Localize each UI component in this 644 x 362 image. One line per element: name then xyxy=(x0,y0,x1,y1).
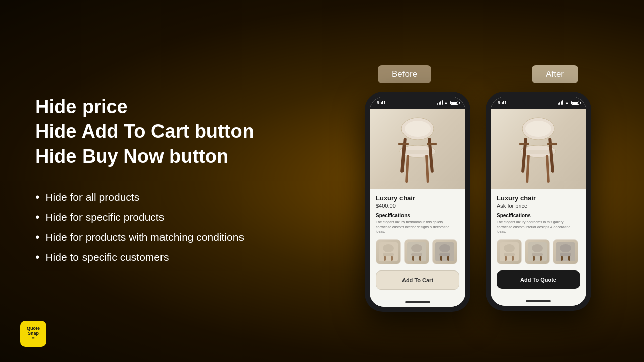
product-price-before: $400.00 xyxy=(376,203,459,209)
svg-rect-14 xyxy=(391,256,393,261)
svg-rect-43 xyxy=(533,256,535,261)
signal-after xyxy=(558,100,564,105)
thumb-svg-a1 xyxy=(500,242,519,261)
thumb-3-before[interactable] xyxy=(432,239,457,264)
svg-rect-24 xyxy=(447,256,449,261)
feature-list: Hide for all products Hide for specific … xyxy=(35,187,277,267)
thumb-1-before[interactable] xyxy=(376,239,401,264)
heading-3: Hide Buy Now button xyxy=(35,144,277,169)
status-bar-before: 9:41 ▲ xyxy=(370,97,465,109)
after-label[interactable]: After xyxy=(532,65,578,83)
bullet-2: Hide for specific products xyxy=(35,207,277,227)
svg-rect-44 xyxy=(540,256,542,261)
svg-rect-37 xyxy=(504,253,515,256)
svg-rect-49 xyxy=(568,256,570,261)
svg-point-26 xyxy=(525,121,551,137)
svg-rect-8 xyxy=(398,143,409,145)
bullet-4: Hide to specific customers xyxy=(35,247,277,267)
thumb-3-after[interactable] xyxy=(553,239,578,264)
before-label[interactable]: Before xyxy=(378,65,431,83)
thumb-svg-a2 xyxy=(528,242,547,261)
status-icons-after: ▲ xyxy=(558,100,579,105)
thumbnails-before xyxy=(376,239,459,264)
svg-point-36 xyxy=(504,244,515,252)
home-indicator-after xyxy=(491,296,586,306)
svg-rect-17 xyxy=(411,253,422,256)
battery-before xyxy=(450,101,458,105)
home-indicator-before xyxy=(370,297,465,307)
svg-point-1 xyxy=(405,121,431,137)
chair-svg-before xyxy=(392,114,443,184)
wifi-after: ▲ xyxy=(565,101,569,104)
right-section: Before After 9:41 ▲ xyxy=(312,50,644,312)
svg-point-41 xyxy=(532,244,543,252)
notch-before xyxy=(403,97,433,106)
bar1a xyxy=(558,103,559,105)
thumb-1-after[interactable] xyxy=(497,239,522,264)
bullet-3: Hide for products with matching conditio… xyxy=(35,227,277,247)
svg-rect-19 xyxy=(419,256,421,261)
svg-point-11 xyxy=(383,244,394,252)
phone-labels: Before After xyxy=(378,65,578,83)
svg-rect-13 xyxy=(384,256,386,261)
thumb-svg-2 xyxy=(407,242,426,261)
svg-point-21 xyxy=(439,244,450,252)
specs-desc-after: The elegant luxury bedrooms in this gall… xyxy=(497,220,580,234)
specs-title-before: Specifications xyxy=(376,213,459,218)
bar4 xyxy=(442,100,443,105)
time-after: 9:41 xyxy=(498,100,507,105)
svg-point-16 xyxy=(411,244,422,252)
thumb-2-before[interactable] xyxy=(404,239,429,264)
add-to-cart-button[interactable]: Add To Cart xyxy=(376,270,459,290)
svg-rect-39 xyxy=(512,256,514,261)
bar3 xyxy=(440,101,441,105)
chair-image-before xyxy=(370,109,465,189)
battery-after xyxy=(571,101,579,105)
phone-after-screen: 9:41 ▲ xyxy=(491,97,586,306)
product-info-before: Luxury chair $400.00 Specifications The … xyxy=(370,189,465,297)
home-bar-after xyxy=(526,300,551,302)
svg-rect-23 xyxy=(440,256,442,261)
svg-rect-38 xyxy=(505,256,507,261)
thumb-svg-1 xyxy=(379,242,398,261)
heading-1: Hide price xyxy=(35,95,277,119)
phone-before: 9:41 ▲ xyxy=(365,92,470,312)
svg-rect-6 xyxy=(405,155,409,183)
time-before: 9:41 xyxy=(377,100,386,105)
main-headings: Hide price Hide Add To Cart button Hide … xyxy=(35,95,277,169)
logo-text: QuoteSnap≡ xyxy=(27,326,40,341)
phone-after: 9:41 ▲ xyxy=(486,92,591,311)
thumb-svg-3 xyxy=(435,242,454,261)
svg-rect-33 xyxy=(519,143,529,145)
svg-rect-12 xyxy=(383,253,394,256)
bar2a xyxy=(559,102,560,105)
wifi-before: ▲ xyxy=(444,101,448,104)
product-name-after: Luxury chair xyxy=(497,194,580,202)
bar4a xyxy=(562,100,564,105)
svg-point-46 xyxy=(560,244,571,252)
svg-rect-9 xyxy=(427,143,437,145)
product-info-after: Luxury chair Ask for price Specification… xyxy=(491,189,586,296)
thumb-svg-a3 xyxy=(556,242,575,261)
quotesnap-logo[interactable]: QuoteSnap≡ xyxy=(20,321,46,347)
add-to-quote-button[interactable]: Add To Quote xyxy=(497,270,580,289)
specs-desc-before: The elegant luxury bedrooms in this gall… xyxy=(376,220,459,234)
svg-rect-42 xyxy=(532,253,543,256)
specs-title-after: Specifications xyxy=(497,213,580,218)
svg-rect-18 xyxy=(412,256,414,261)
phone-before-screen: 9:41 ▲ xyxy=(370,97,465,307)
chair-image-after xyxy=(491,109,586,189)
home-bar-before xyxy=(405,301,430,303)
notch-after xyxy=(523,97,553,106)
bar2 xyxy=(439,102,440,105)
thumb-2-after[interactable] xyxy=(525,239,550,264)
svg-rect-34 xyxy=(547,143,557,145)
chair-svg-after xyxy=(513,114,564,184)
svg-rect-31 xyxy=(526,155,530,183)
svg-rect-47 xyxy=(560,253,571,256)
svg-rect-7 xyxy=(425,155,429,183)
product-price-after: Ask for price xyxy=(497,203,580,209)
thumbnails-after xyxy=(497,239,580,264)
bar1 xyxy=(437,103,438,105)
phones-container: 9:41 ▲ xyxy=(365,92,591,312)
